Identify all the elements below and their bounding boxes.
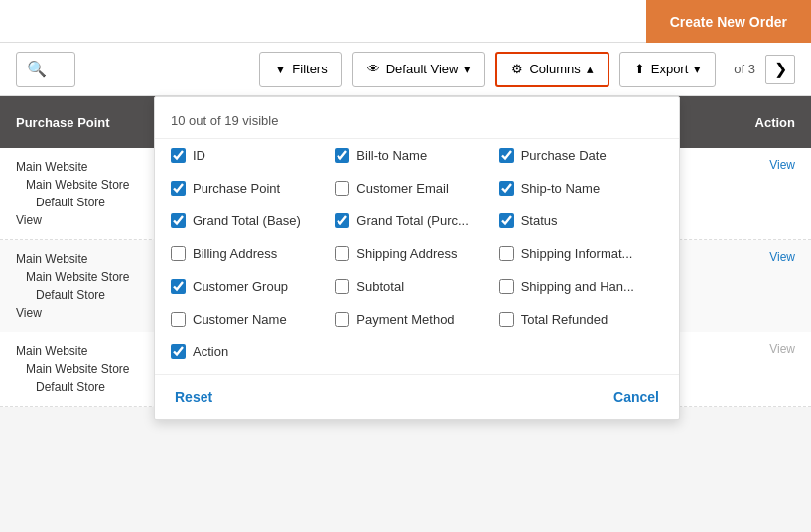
reset-columns-button[interactable]: Reset: [175, 389, 212, 405]
export-chevron-icon: ▾: [694, 62, 701, 76]
columns-button[interactable]: ⚙ Columns ▴: [495, 52, 608, 87]
column-checkbox[interactable]: [335, 279, 349, 294]
eye-icon: 👁: [367, 62, 380, 76]
columns-list: IDBill-to NamePurchase DatePurchase Poin…: [155, 138, 679, 368]
column-label: Status: [521, 213, 558, 228]
column-item: Grand Total (Base): [171, 204, 335, 237]
column-label: Customer Name: [193, 312, 287, 327]
gear-icon: ⚙: [511, 62, 523, 76]
pagination-of: of 3: [734, 62, 755, 76]
page-header: Create New Order: [0, 0, 811, 43]
column-label: Subtotal: [356, 279, 404, 294]
columns-panel: 10 out of 19 visible IDBill-to NamePurch…: [154, 96, 680, 420]
row-action-link[interactable]: View: [769, 342, 795, 356]
column-checkbox[interactable]: [499, 246, 514, 261]
column-checkbox[interactable]: [171, 181, 186, 196]
column-item: Purchase Date: [499, 139, 663, 172]
column-label: Customer Email: [356, 181, 448, 196]
column-item: Subtotal: [335, 270, 498, 303]
column-label: Billing Address: [193, 246, 277, 261]
column-label: Purchase Point: [193, 181, 280, 196]
chevron-down-icon: ▾: [464, 62, 471, 76]
column-item: Billing Address: [171, 237, 335, 270]
view-label: Default View: [386, 62, 459, 76]
column-label: Shipping Informat...: [521, 246, 633, 261]
column-checkbox[interactable]: [171, 246, 186, 261]
column-label: Total Refunded: [521, 312, 608, 327]
column-checkbox[interactable]: [499, 312, 514, 327]
column-checkbox[interactable]: [499, 279, 514, 294]
toolbar: 🔍 ▼ Filters 👁 Default View ▾ ⚙ Columns ▴…: [0, 43, 811, 96]
default-view-button[interactable]: 👁 Default View ▾: [352, 52, 486, 87]
column-checkbox[interactable]: [335, 148, 349, 163]
export-label: Export: [651, 62, 689, 76]
filters-button[interactable]: ▼ Filters: [259, 52, 341, 87]
column-label: Customer Group: [193, 279, 288, 294]
column-item: Total Refunded: [499, 303, 663, 335]
columns-label: Columns: [529, 62, 580, 76]
column-checkbox[interactable]: [499, 181, 514, 196]
column-label: Action: [193, 344, 228, 359]
column-item: Payment Method: [335, 303, 498, 335]
column-item: Grand Total (Purc...: [335, 204, 498, 237]
column-label: Grand Total (Base): [193, 213, 301, 228]
col-header-action: Action: [755, 115, 795, 130]
search-icon: 🔍: [27, 60, 47, 78]
create-order-button[interactable]: Create New Order: [646, 0, 811, 43]
filter-icon: ▼: [274, 63, 286, 76]
cancel-columns-button[interactable]: Cancel: [613, 389, 659, 405]
next-page-button[interactable]: ❯: [765, 55, 795, 84]
column-checkbox[interactable]: [499, 213, 514, 228]
column-checkbox[interactable]: [335, 246, 349, 261]
column-item: Ship-to Name: [499, 172, 663, 204]
column-item: Customer Group: [171, 270, 335, 303]
column-item: Shipping and Han...: [499, 270, 663, 303]
column-label: Shipping Address: [356, 246, 457, 261]
search-box[interactable]: 🔍: [16, 52, 75, 87]
column-label: Grand Total (Purc...: [356, 213, 468, 228]
column-checkbox[interactable]: [171, 148, 186, 163]
column-item: Shipping Informat...: [499, 237, 663, 270]
column-label: Ship-to Name: [521, 181, 600, 196]
chevron-up-icon: ▴: [587, 62, 594, 76]
row-action-link[interactable]: View: [769, 158, 795, 172]
column-item: Customer Email: [335, 172, 498, 204]
column-checkbox[interactable]: [171, 312, 186, 327]
export-icon: ⬆: [634, 62, 645, 76]
column-checkbox[interactable]: [499, 148, 514, 163]
export-button[interactable]: ⬆ Export ▾: [619, 52, 717, 87]
columns-visible-count: 10 out of 19 visible: [155, 113, 679, 138]
columns-panel-footer: Reset Cancel: [155, 374, 679, 419]
chevron-right-icon: ❯: [774, 60, 787, 78]
column-item: Bill-to Name: [335, 139, 498, 172]
column-label: Bill-to Name: [356, 148, 427, 163]
column-checkbox[interactable]: [335, 312, 349, 327]
column-item: Action: [171, 335, 335, 368]
column-item: Status: [499, 204, 663, 237]
column-label: ID: [193, 148, 205, 163]
column-item: Purchase Point: [171, 172, 335, 204]
column-checkbox[interactable]: [335, 181, 349, 196]
column-checkbox[interactable]: [335, 213, 349, 228]
column-item: Shipping Address: [335, 237, 498, 270]
column-checkbox[interactable]: [171, 213, 186, 228]
column-item: ID: [171, 139, 335, 172]
column-label: Shipping and Han...: [521, 279, 634, 294]
row-action-link[interactable]: View: [769, 250, 795, 264]
column-checkbox[interactable]: [171, 279, 186, 294]
column-checkbox[interactable]: [171, 344, 186, 359]
filters-label: Filters: [292, 62, 327, 76]
column-item: Customer Name: [171, 303, 335, 335]
column-label: Purchase Date: [521, 148, 607, 163]
column-label: Payment Method: [356, 312, 454, 327]
